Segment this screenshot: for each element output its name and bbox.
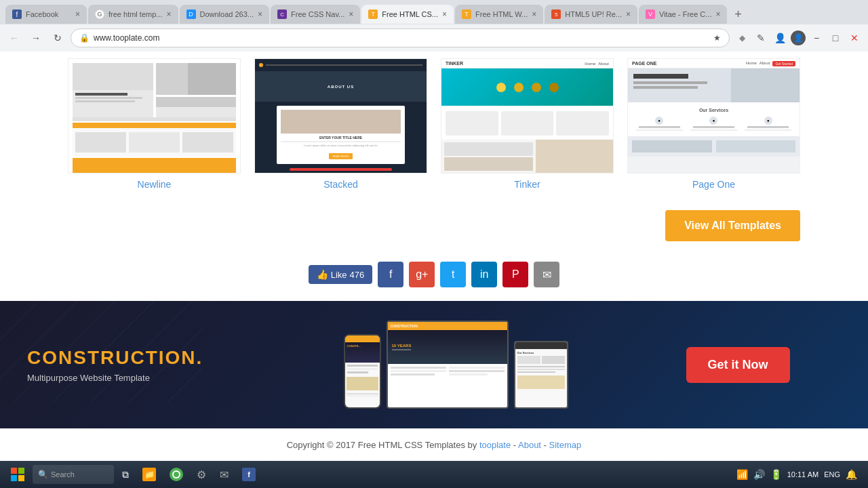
tab-label-google: free html temp... [108,10,162,18]
new-tab-button[interactable]: + [728,5,747,24]
tab-download[interactable]: D Download 263... × [180,5,270,24]
tab-close-css[interactable]: × [349,9,353,19]
footer-link-tooplate[interactable]: tooplate [479,440,511,450]
footer-separator-1: - [513,440,518,450]
task-view-button[interactable]: ⧉ [117,462,134,487]
taskbar-search[interactable]: 🔍 Search [33,465,114,484]
tab-close-download[interactable]: × [258,9,262,19]
taskbar-item-app1[interactable]: f [237,462,261,487]
banner-middle: CONSTR... [304,321,608,409]
template-item-pageone[interactable]: PAGE ONE Home About Get Started [627,58,800,190]
close-button[interactable]: ✕ [846,30,863,46]
tab-label-vitae: Vitae - Free C... [659,10,711,18]
google-plus-icon: g+ [416,268,428,281]
tab-favicon-html5up: 5 [551,9,561,19]
svg-rect-4 [11,475,17,481]
browser-controls: ← → ↻ 🔒 www.tooplate.com ★ ◆ ✎ 👤 👤 − □ ✕ [0,24,868,52]
taskbar-item-mail[interactable]: ✉ [214,462,234,487]
view-all-templates-button[interactable]: View All Templates [665,210,800,241]
taskbar-item-file-explorer[interactable]: 📁 [137,462,161,487]
tab-favicon-google: G [95,9,104,19]
svg-rect-2 [11,468,17,474]
tab-close-vitae[interactable]: × [715,9,720,19]
social-share-row: 👍 Like 476 f g+ t in P ✉ [0,255,868,301]
tab-google-html[interactable]: G free html temp... × [88,5,178,24]
tab-free-html-css[interactable]: T Free HTML CS... × [361,5,454,24]
network-icon[interactable]: 📶 [736,469,748,480]
facebook-like-button[interactable]: 👍 Like 476 [309,265,373,284]
tab-favicon-download: D [186,9,196,19]
page-content: Newline ABOUT US ENTER YOUR TITLE HERE [0,52,868,488]
twitter-icon: t [452,268,454,281]
phone-mockup: CONSTR... [344,334,381,409]
template-item-tinker[interactable]: TINKER Home About [441,58,614,190]
language-indicator: ENG [824,470,840,479]
template-grid: Newline ABOUT US ENTER YOUR TITLE HERE [0,52,868,203]
taskbar-system-tray: 📶 🔊 🔋 10:11 AM ENG 🔔 [736,469,863,480]
tab-favicon-facebook: f [12,9,22,19]
tab-label-htmlw: Free HTML W... [475,10,528,18]
tab-free-html-w[interactable]: T Free HTML W... × [455,5,543,24]
profile-button[interactable]: 👤 [791,30,806,45]
windows-icon [11,468,24,481]
address-bar[interactable]: 🔒 www.tooplate.com ★ [71,28,730,47]
sync-button[interactable]: 👤 [772,30,788,46]
mail-icon: ✉ [220,468,229,481]
email-share-button[interactable]: ✉ [534,262,559,287]
start-button[interactable] [5,462,30,487]
google-share-button[interactable]: g+ [409,262,435,287]
svg-rect-3 [18,468,24,474]
template-name-stacked: Stacked [254,179,427,190]
facebook-share-button[interactable]: f [378,262,403,287]
taskbar-time[interactable]: 10:11 AM [787,470,818,479]
taskbar-item-chrome[interactable] [164,462,189,487]
url-text: www.tooplate.com [94,33,709,43]
tab-close-tooplate[interactable]: × [442,9,447,19]
taskbar-search-label: Search [51,470,75,479]
desktop-mockup: CONSTRUCTION 10 YEARS [387,321,509,409]
tab-facebook[interactable]: f Facebook × [5,5,87,24]
thumbs-up-icon: 👍 [317,269,328,280]
linkedin-share-button[interactable]: in [471,262,497,287]
extensions-button[interactable]: ◆ [734,30,750,46]
get-it-now-button[interactable]: Get it Now [686,347,790,383]
browser-window: f Facebook × G free html temp... × D Dow… [0,0,868,52]
twitter-share-button[interactable]: t [440,262,466,287]
taskbar-item-settings[interactable]: ⚙ [191,462,212,487]
chrome-icon [170,468,183,481]
tab-css-nav[interactable]: C Free CSS Nav... × [271,5,360,24]
footer-link-about[interactable]: About [518,440,541,450]
template-item-newline[interactable]: Newline [68,58,241,190]
back-button[interactable]: ← [5,29,23,47]
tab-favicon-css: C [277,9,287,19]
search-icon: 🔍 [38,470,48,479]
reload-button[interactable]: ↻ [49,29,66,47]
pinterest-share-button[interactable]: P [502,262,528,287]
forward-button[interactable]: → [27,29,45,47]
bookmark-button[interactable]: ✎ [753,30,769,46]
fb-like-label: Like [331,270,347,280]
notification-icon[interactable]: 🔔 [846,469,857,480]
construction-subtitle: Multipurpose Website Template [27,373,277,383]
tab-close-google[interactable]: × [166,9,171,19]
battery-icon[interactable]: 🔋 [770,469,782,480]
template-thumb-newline [68,58,241,174]
construction-title: CONSTRUCTION. [27,347,277,369]
tab-close-facebook[interactable]: × [75,9,80,19]
tab-close-htmlw[interactable]: × [532,9,536,19]
template-thumb-stacked: ABOUT US ENTER YOUR TITLE HERE Lorem ips… [254,58,427,174]
tab-vitae[interactable]: V Vitae - Free C... × [639,5,727,24]
tab-html5up[interactable]: 5 HTML5 UP! Re... × [545,5,637,24]
tab-close-html5up[interactable]: × [626,9,631,19]
tab-label-css: Free CSS Nav... [291,10,344,18]
restore-button[interactable]: □ [827,30,844,46]
settings-icon: ⚙ [197,468,206,481]
volume-icon[interactable]: 🔊 [753,469,765,480]
banner-left: CONSTRUCTION. Multipurpose Website Templ… [0,327,304,403]
template-item-stacked[interactable]: ABOUT US ENTER YOUR TITLE HERE Lorem ips… [254,58,427,190]
taskbar: 🔍 Search ⧉ 📁 ⚙ ✉ f 📶 🔊 🔋 [0,461,868,488]
minimize-button[interactable]: − [808,30,825,46]
template-thumb-tinker: TINKER Home About [441,58,614,174]
time-display: 10:11 AM [787,470,818,479]
footer-link-sitemap[interactable]: Sitemap [549,440,582,450]
